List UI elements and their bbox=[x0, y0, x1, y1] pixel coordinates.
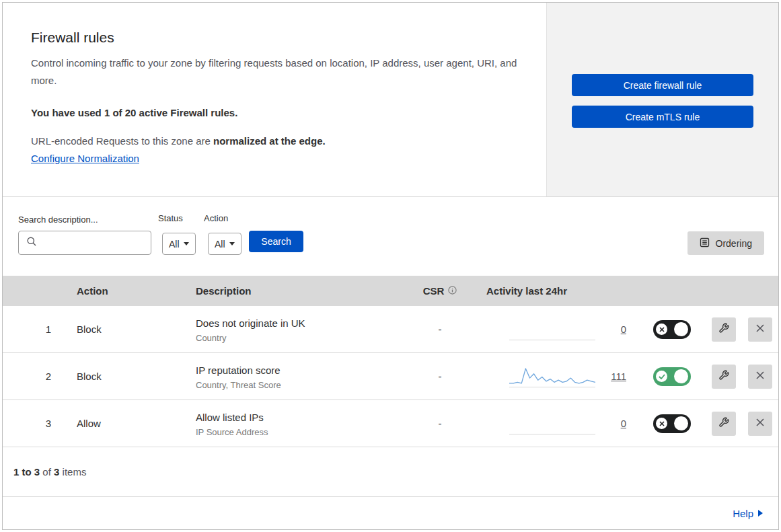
ordering-button[interactable]: Ordering bbox=[687, 231, 764, 255]
rule-description: Allow listed IPs bbox=[196, 410, 403, 424]
items-range: 1 to 3 bbox=[13, 466, 40, 478]
rule-description-cell: Allow listed IPs IP Source Address bbox=[181, 410, 403, 437]
toggle-knob bbox=[674, 369, 688, 383]
rule-csr: - bbox=[403, 324, 477, 335]
edit-rule-button[interactable] bbox=[712, 365, 736, 389]
rule-enabled-toggle[interactable] bbox=[653, 414, 691, 433]
wrench-icon bbox=[718, 370, 729, 383]
ordering-button-label: Ordering bbox=[716, 238, 752, 249]
rule-priority: 2 bbox=[3, 371, 63, 382]
hero-actions-panel: Create firewall rule Create mTLS rule bbox=[546, 3, 778, 196]
edit-rule-button[interactable] bbox=[712, 317, 736, 342]
activity-column-header: Activity last 24hr bbox=[477, 285, 638, 297]
rule-action: Block bbox=[63, 371, 181, 382]
filters-bar: Search description... Status All Action … bbox=[3, 197, 778, 276]
items-text: items bbox=[59, 466, 86, 478]
create-firewall-rule-button[interactable]: Create firewall rule bbox=[572, 74, 753, 96]
help-bar: Help bbox=[3, 497, 778, 529]
wrench-icon bbox=[718, 417, 729, 430]
rule-description-cell: Does not originate in UK Country bbox=[181, 316, 403, 343]
chevron-down-icon bbox=[184, 242, 189, 245]
rule-description: Does not originate in UK bbox=[196, 316, 403, 330]
table-row: 3 Allow Allow listed IPs IP Source Addre… bbox=[3, 400, 778, 447]
rule-activity-cell: 0 bbox=[477, 319, 638, 340]
toggle-knob bbox=[674, 322, 688, 336]
normalization-note: URL-encoded Requests to this zone are no… bbox=[31, 135, 519, 147]
create-mtls-rule-button[interactable]: Create mTLS rule bbox=[572, 106, 753, 128]
csr-header-label: CSR bbox=[423, 285, 445, 297]
check-icon bbox=[656, 371, 667, 382]
rule-enabled-toggle[interactable] bbox=[653, 320, 691, 339]
toggle-knob bbox=[674, 416, 688, 430]
rule-action: Allow bbox=[63, 418, 181, 429]
activity-count-link[interactable]: 111 bbox=[605, 371, 626, 382]
ordering-icon bbox=[700, 237, 710, 250]
rule-activity-cell: 111 bbox=[477, 366, 638, 387]
normalization-bold: normalized at the edge. bbox=[213, 135, 326, 147]
hero-text-block: Firewall rules Control incoming traffic … bbox=[3, 3, 546, 196]
of-text: of bbox=[40, 466, 54, 478]
page-description: Control incoming traffic to your zone by… bbox=[31, 54, 519, 89]
description-column-header: Description bbox=[181, 285, 403, 297]
rule-criteria: Country bbox=[196, 333, 403, 343]
status-filter-value: All bbox=[169, 239, 180, 250]
rule-enabled-toggle[interactable] bbox=[653, 367, 691, 386]
edit-rule-button[interactable] bbox=[712, 412, 736, 436]
rule-csr: - bbox=[403, 371, 477, 382]
page-title: Firewall rules bbox=[31, 30, 519, 46]
search-button[interactable]: Search bbox=[249, 231, 303, 252]
usage-summary: You have used 1 of 20 active Firewall ru… bbox=[31, 107, 519, 118]
configure-normalization-link[interactable]: Configure Normalization bbox=[31, 153, 139, 164]
rule-criteria: Country, Threat Score bbox=[196, 380, 403, 390]
search-icon bbox=[26, 236, 37, 250]
table-header-row: Action Description CSR Activity last 24h… bbox=[3, 276, 778, 306]
firewall-rules-page: Firewall rules Control incoming traffic … bbox=[2, 2, 779, 530]
help-label: Help bbox=[733, 508, 753, 519]
activity-header-label: Activity last 24hr bbox=[477, 285, 567, 297]
arrow-right-icon bbox=[758, 510, 763, 517]
activity-count-link[interactable]: 0 bbox=[605, 324, 626, 335]
rule-priority: 3 bbox=[3, 418, 63, 429]
rule-criteria: IP Source Address bbox=[196, 427, 403, 437]
close-icon bbox=[755, 324, 765, 335]
pagination-summary: 1 to 3 of 3 items bbox=[3, 447, 778, 497]
normalization-prefix: URL-encoded Requests to this zone are bbox=[31, 135, 213, 147]
action-filter-select[interactable]: All bbox=[208, 233, 241, 255]
status-filter-select[interactable]: All bbox=[162, 233, 196, 255]
info-icon[interactable] bbox=[448, 285, 457, 297]
csr-column-header: CSR bbox=[403, 285, 477, 297]
search-input[interactable] bbox=[18, 231, 151, 255]
table-row: 2 Block IP reputation score Country, Thr… bbox=[3, 353, 778, 400]
wrench-icon bbox=[718, 323, 729, 336]
action-filter-value: All bbox=[215, 239, 225, 250]
delete-rule-button[interactable] bbox=[748, 412, 772, 436]
rule-description-cell: IP reputation score Country, Threat Scor… bbox=[181, 363, 403, 390]
x-icon bbox=[656, 324, 667, 335]
chevron-down-icon bbox=[229, 242, 235, 245]
status-filter-label: Status bbox=[158, 213, 183, 223]
rule-action: Block bbox=[63, 324, 181, 335]
action-column-header: Action bbox=[63, 285, 181, 297]
search-label: Search description... bbox=[18, 215, 98, 225]
action-filter-label: Action bbox=[204, 213, 228, 223]
rule-csr: - bbox=[403, 418, 477, 429]
activity-sparkline bbox=[509, 319, 595, 340]
help-link[interactable]: Help bbox=[733, 508, 763, 519]
delete-rule-button[interactable] bbox=[748, 365, 772, 389]
activity-count-link[interactable]: 0 bbox=[605, 418, 626, 429]
activity-sparkline bbox=[509, 413, 595, 434]
rule-activity-cell: 0 bbox=[477, 413, 638, 434]
activity-sparkline bbox=[509, 366, 595, 387]
delete-rule-button[interactable] bbox=[748, 317, 772, 342]
x-icon bbox=[656, 418, 667, 429]
rule-priority: 1 bbox=[3, 324, 63, 335]
close-icon bbox=[755, 371, 765, 382]
rule-description: IP reputation score bbox=[196, 363, 403, 377]
search-text-input[interactable] bbox=[42, 237, 143, 248]
close-icon bbox=[755, 418, 765, 429]
table-row: 1 Block Does not originate in UK Country… bbox=[3, 306, 778, 353]
hero-section: Firewall rules Control incoming traffic … bbox=[3, 3, 778, 197]
